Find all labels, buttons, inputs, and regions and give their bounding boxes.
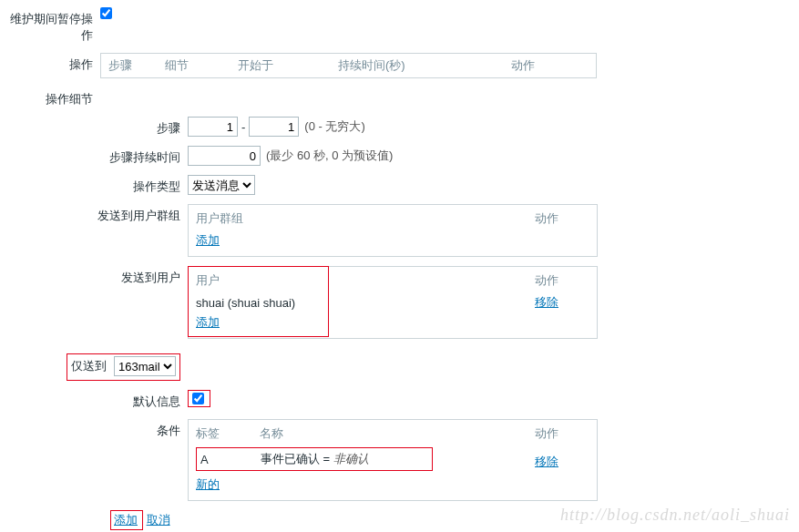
steps-dash: - [241, 120, 245, 134]
send-user-add-link[interactable]: 添加 [196, 315, 220, 329]
send-user-col-left: 用户 [196, 272, 535, 289]
default-msg-checkbox[interactable] [192, 393, 204, 404]
steps-hint: (0 - 无穷大) [304, 118, 364, 135]
step-duration-label: 步骤持续时间 [5, 146, 188, 166]
conditions-label: 条件 [5, 419, 188, 439]
send-user-panel: 用户 动作 shuai (shuai shuai) 移除 添加 [188, 266, 598, 339]
cond-col-name: 名称 [260, 425, 535, 442]
send-group-add-link[interactable]: 添加 [196, 233, 220, 247]
only-to-select[interactable]: 163mail [114, 356, 176, 376]
inline-add-link[interactable]: 添加 [114, 513, 138, 527]
ops-label: 操作 [5, 53, 100, 73]
send-user-col-right: 动作 [535, 272, 589, 289]
default-msg-label: 默认信息 [5, 390, 188, 410]
tab-steps[interactable]: 步骤 [101, 57, 165, 74]
only-to-label: 仅送到 [71, 358, 107, 374]
tab-action[interactable]: 动作 [511, 57, 535, 74]
send-group-label: 发送到用户群组 [5, 204, 188, 224]
cond-col-action: 动作 [535, 425, 589, 442]
cond-row: A 事件已确认 = 非确认 [196, 447, 433, 471]
default-msg-wrap [188, 390, 210, 407]
pause-label: 维护期间暂停操作 [5, 7, 100, 44]
step-duration-input[interactable] [188, 146, 261, 166]
steps-from-input[interactable] [188, 117, 238, 137]
inline-cancel-link[interactable]: 取消 [147, 513, 170, 527]
send-user-remove-link[interactable]: 移除 [535, 295, 558, 309]
details-label: 操作细节 [5, 87, 100, 107]
steps-to-input[interactable] [249, 117, 299, 137]
cond-col-tag: 标签 [196, 425, 260, 442]
cond-new-link[interactable]: 新的 [196, 477, 220, 491]
tab-start[interactable]: 开始于 [238, 57, 338, 74]
only-to-wrap: 仅送到 163mail [67, 353, 180, 381]
send-group-col-left: 用户群组 [196, 210, 535, 227]
send-group-panel: 用户群组 动作 添加 [188, 204, 598, 257]
op-type-label: 操作类型 [5, 175, 188, 195]
tab-duration[interactable]: 持续时间(秒) [338, 57, 511, 74]
tab-details[interactable]: 细节 [165, 57, 238, 74]
send-user-label: 发送到用户 [5, 266, 188, 286]
op-type-select[interactable]: 发送消息 [188, 175, 255, 195]
steps-label: 步骤 [5, 117, 188, 137]
pause-checkbox[interactable] [100, 7, 112, 19]
conditions-panel: 标签 名称 动作 A 事件已确认 = 非确认 移除 新的 [188, 419, 598, 501]
cond-remove-link[interactable]: 移除 [535, 455, 558, 468]
cond-tag-value: A [200, 453, 261, 466]
send-group-col-right: 动作 [535, 210, 589, 227]
step-duration-hint: (最少 60 秒, 0 为预设值) [266, 148, 393, 164]
send-user-value: shuai (shuai shuai) [196, 296, 535, 310]
ops-tabs: 步骤 细节 开始于 持续时间(秒) 动作 [100, 53, 597, 78]
cond-name-value: 事件已确认 = 非确认 [261, 451, 428, 467]
